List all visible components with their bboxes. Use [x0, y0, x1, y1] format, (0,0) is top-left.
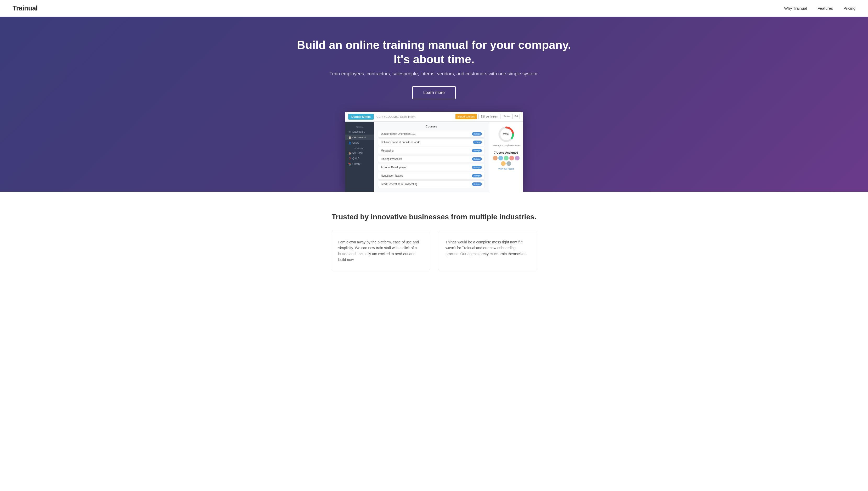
pricing-link[interactable]: Pricing [843, 6, 856, 10]
hero-subtitle: Train employees, contractors, salespeopl… [5, 71, 863, 77]
trusted-section: Trusted by innovative businesses from mu… [0, 192, 868, 281]
logo: Trainual [12, 4, 38, 12]
course-badge: 6 steps [472, 166, 482, 169]
course-badge: 1 step [473, 141, 482, 144]
testimonial-text-2: Things would be a complete mess right no… [445, 239, 530, 257]
sidebar-item-users[interactable]: 👤 Users [345, 140, 374, 146]
app-body: ADMIN ⊞ Dashboard 📋 Curriculums 👤 Users … [345, 122, 523, 192]
breadcrumb: CURRICULUMS / Sales Intern [376, 115, 415, 118]
course-name: Messaging [381, 149, 394, 152]
nav-links: Why Trainual Features Pricing [784, 6, 856, 11]
learn-more-button[interactable]: Learn more [412, 86, 456, 99]
library-icon: 📚 [348, 163, 351, 166]
users-assigned-count: 7 Users Assigned [494, 151, 518, 154]
book-icon: 📋 [348, 136, 351, 139]
course-row[interactable]: Finding Prospects 3 steps [378, 155, 485, 163]
avatar [504, 156, 508, 161]
app-topbar: Dunder Mifflin CURRICULUMS / Sales Inter… [345, 112, 523, 122]
course-row[interactable]: Account Development 6 steps [378, 164, 485, 171]
edit-curriculum-button[interactable]: Edit curriculum [478, 114, 500, 119]
sidebar-item-library[interactable]: 📚 Library [345, 161, 374, 167]
features-link[interactable]: Features [817, 6, 833, 10]
app-main-content: Courses Dunder Mifflin Orientation 101 3… [374, 122, 489, 192]
completion-donut-chart: 26% [498, 126, 515, 143]
sidebar-item-mydesk[interactable]: 🏠 My Desk [345, 150, 374, 156]
course-row[interactable]: Messaging 5 steps [378, 147, 485, 154]
app-stats-panel: 26% Average Completion Rate 7 Users Assi… [489, 122, 523, 192]
course-row[interactable]: Dunder Mifflin Orientation 101 3 steps [378, 130, 485, 138]
course-badge: 5 steps [472, 182, 482, 186]
course-row[interactable]: Behavior conduct outside of work 1 step [378, 139, 485, 146]
course-name: Behavior conduct outside of work [381, 141, 420, 144]
admin-section-label: ADMIN [345, 124, 374, 129]
completion-label: Average Completion Rate [493, 144, 520, 147]
course-name: Dunder Mifflin Orientation 101 [381, 133, 416, 135]
view-full-report-link[interactable]: View full report [498, 168, 514, 170]
avatar-grid [492, 156, 520, 166]
set-button[interactable]: Set [513, 114, 520, 119]
course-row[interactable]: Negotiation Tactics 2 steps [378, 172, 485, 179]
sidebar-item-dashboard[interactable]: ⊞ Dashboard [345, 129, 374, 135]
avatar [515, 156, 520, 161]
course-badge: 3 steps [472, 157, 482, 161]
course-badge: 3 steps [472, 132, 482, 136]
course-name: Lead Generation & Prospecting [381, 183, 417, 185]
topbar-actions: Import courses Edit curriculum Active Se… [456, 114, 520, 119]
question-icon: ❓ [348, 157, 351, 160]
app-screenshot: Dunder Mifflin CURRICULUMS / Sales Inter… [345, 112, 523, 192]
courses-list: Dunder Mifflin Orientation 101 3 steps B… [378, 130, 485, 188]
course-name: Account Development [381, 166, 406, 169]
hero-section: Build an online training manual for your… [0, 17, 868, 192]
why-trainual-link[interactable]: Why Trainual [784, 6, 807, 10]
testimonial-card-1: I am blown away by the platform, ease of… [331, 232, 430, 270]
testimonial-text-1: I am blown away by the platform, ease of… [338, 239, 423, 263]
org-tab[interactable]: Dunder Mifflin [348, 114, 374, 120]
users-icon: 👤 [348, 142, 351, 144]
testimonial-card-2: Things would be a complete mess right no… [438, 232, 537, 270]
completion-percent: 26% [503, 133, 509, 136]
general-section-label: GENERAL [345, 146, 374, 150]
course-badge: 2 steps [472, 174, 482, 177]
grid-icon: ⊞ [348, 131, 351, 133]
sidebar-item-curriculums[interactable]: 📋 Curriculums [345, 135, 374, 140]
status-buttons: Active Set [502, 114, 520, 119]
import-courses-button[interactable]: Import courses [456, 114, 477, 119]
avatar [509, 156, 514, 161]
hero-title: Build an online training manual for your… [5, 38, 863, 66]
home-icon: 🏠 [348, 152, 351, 154]
course-name: Negotiation Tactics [381, 174, 403, 177]
avatar [498, 156, 503, 161]
course-name: Finding Prospects [381, 157, 402, 161]
testimonials-container: I am blown away by the platform, ease of… [316, 232, 552, 270]
avatar [493, 156, 498, 161]
course-row[interactable]: Lead Generation & Prospecting 5 steps [378, 180, 485, 188]
navbar: Trainual Why Trainual Features Pricing [0, 0, 868, 17]
active-button[interactable]: Active [502, 114, 512, 119]
courses-header: Courses [378, 125, 485, 128]
app-sidebar: ADMIN ⊞ Dashboard 📋 Curriculums 👤 Users … [345, 122, 374, 192]
trusted-title: Trusted by innovative businesses from mu… [5, 213, 863, 221]
course-badge: 5 steps [472, 149, 482, 152]
sidebar-item-qa[interactable]: ❓ Q & A [345, 156, 374, 161]
avatar [506, 161, 511, 166]
avatar [501, 161, 506, 166]
